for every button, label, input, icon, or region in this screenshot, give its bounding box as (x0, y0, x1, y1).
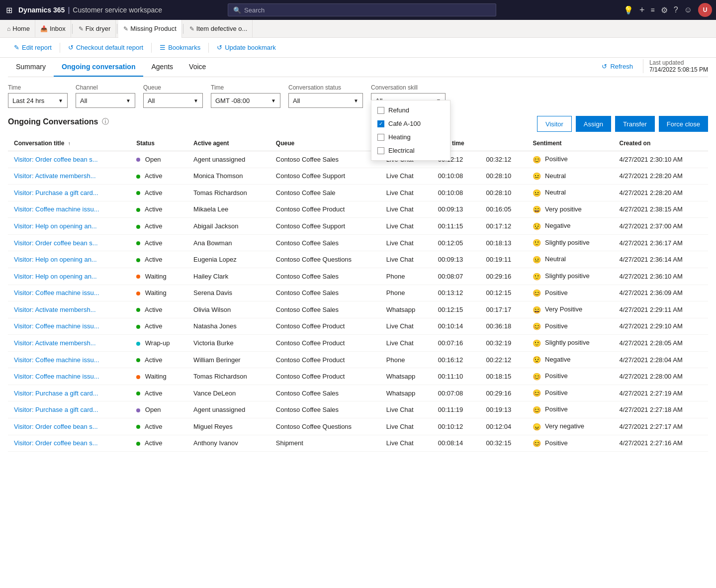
skill-checkbox-cafe[interactable]: ✓ (377, 120, 384, 127)
skill-checkbox-heating[interactable] (377, 134, 384, 141)
cell-queue: Contoso Coffee Support (270, 168, 380, 185)
tab-inbox[interactable]: 📥 Inbox (35, 20, 71, 38)
tab-agents[interactable]: Agents (143, 58, 181, 77)
lightbulb-icon[interactable]: 💡 (624, 5, 633, 15)
conversation-link[interactable]: Visitor: Coffee machine issu... (14, 373, 99, 380)
assign-button[interactable]: Assign (576, 116, 611, 132)
tab-item-defective[interactable]: ✎ Item defective o... (184, 20, 253, 38)
filter-queue-select[interactable]: All ▼ (143, 93, 203, 108)
refresh-button[interactable]: ↺ Refresh (598, 61, 637, 72)
smiley-icon[interactable]: ☺ (684, 5, 692, 14)
skill-label-refund: Refund (388, 106, 409, 114)
status-dot (136, 225, 140, 229)
cell-sentiment: 😐 Neutral (527, 185, 613, 201)
top-nav: ⊞ Dynamics 365 | Customer service worksp… (0, 0, 716, 20)
cell-channel: Live Chat (380, 401, 432, 418)
cell-agent: Mikaela Lee (187, 201, 270, 218)
chevron-down-icon-2: ▼ (126, 98, 131, 103)
table-row: Visitor: Coffee machine issu... Active N… (8, 318, 708, 335)
user-avatar[interactable]: U (698, 3, 712, 17)
conversation-link[interactable]: Visitor: Order coffee bean s... (14, 423, 98, 430)
sort-icon[interactable]: ↑ (68, 141, 71, 146)
conversation-link[interactable]: Visitor: Order coffee bean s... (14, 156, 98, 163)
conversation-link[interactable]: Visitor: Order coffee bean s... (14, 439, 98, 447)
table-row: Visitor: Help on opening an... Active Eu… (8, 251, 708, 268)
table-row: Visitor: Order coffee bean s... Open Age… (8, 151, 708, 168)
cell-created-on: 4/27/2021 2:28:20 AM (614, 185, 708, 201)
plus-icon[interactable]: + (639, 5, 645, 15)
status-text: Open (145, 406, 161, 413)
info-icon[interactable]: ⓘ (102, 117, 109, 126)
cell-wait-time: 00:11:15 (432, 218, 480, 235)
conversation-link[interactable]: Visitor: Coffee machine issu... (14, 322, 99, 330)
filter-timezone-select[interactable]: GMT -08:00 ▼ (211, 93, 280, 108)
cell-status: Open (130, 151, 187, 168)
filter-status-select[interactable]: All ▼ (288, 93, 363, 108)
cell-handle-time: 00:29:16 (480, 385, 527, 401)
tab-home[interactable]: ⌂ Home (2, 20, 35, 38)
tab-ongoing-conversation[interactable]: Ongoing conversation (54, 58, 144, 77)
skill-option-refund[interactable]: Refund (371, 103, 450, 117)
conversation-link[interactable]: Visitor: Help on opening an... (14, 256, 97, 263)
skill-label-heating: Heating (388, 133, 411, 141)
search-bar[interactable]: 🔍 (228, 3, 496, 16)
settings-icon[interactable]: ⚙ (661, 5, 668, 15)
cell-title: Visitor: Purchase a gift card... (8, 185, 130, 201)
cell-created-on: 4/27/2021 2:36:14 AM (614, 251, 708, 268)
cell-agent: Abigail Jackson (187, 218, 270, 235)
skill-option-electrical[interactable]: Electrical (371, 144, 450, 157)
tab-missing-product[interactable]: ✎ Missing Product (118, 20, 181, 38)
app-grid-icon[interactable]: ⊞ (4, 3, 14, 17)
tab-fix-dryer[interactable]: ✎ Fix dryer (74, 20, 116, 38)
cell-sentiment: 😊 Positive (527, 435, 613, 452)
conversation-link[interactable]: Visitor: Purchase a gift card... (14, 406, 98, 413)
conversation-link[interactable]: Visitor: Help on opening an... (14, 222, 97, 230)
filter-time-select[interactable]: Last 24 hrs ▼ (8, 93, 68, 108)
cell-wait-time: 00:12:05 (432, 234, 480, 251)
help-icon[interactable]: ? (674, 5, 678, 14)
sentiment-icon: 🙂 (533, 339, 541, 347)
conversation-link[interactable]: Visitor: Activate membersh... (14, 172, 96, 180)
conversation-link[interactable]: Visitor: Purchase a gift card... (14, 189, 98, 196)
table-row: Visitor: Purchase a gift card... Active … (8, 385, 708, 401)
table-row: Visitor: Order coffee bean s... Active A… (8, 234, 708, 251)
tab-voice[interactable]: Voice (181, 58, 214, 77)
cell-created-on: 4/27/2021 2:28:00 AM (614, 368, 708, 385)
cell-wait-time: 00:09:13 (432, 251, 480, 268)
tab-summary[interactable]: Summary (8, 58, 54, 77)
cell-handle-time: 00:18:15 (480, 368, 527, 385)
chevron-down-icon-3: ▼ (193, 98, 198, 103)
conversation-link[interactable]: Visitor: Purchase a gift card... (14, 390, 98, 397)
cell-sentiment: 😄 Very positive (527, 201, 613, 218)
filter-channel-select[interactable]: All ▼ (76, 93, 135, 108)
menu-icon[interactable]: ≡ (651, 6, 655, 14)
search-input[interactable] (244, 6, 491, 14)
cell-status: Waiting (130, 268, 187, 285)
checkout-report-button[interactable]: ↺ Checkout default report (62, 40, 149, 56)
bookmarks-button[interactable]: ☰ Bookmarks (154, 40, 206, 56)
filter-queue-label: Queue (143, 84, 203, 91)
conversation-link[interactable]: Visitor: Coffee machine issu... (14, 289, 99, 296)
transfer-button[interactable]: Transfer (615, 116, 655, 132)
visitor-button[interactable]: Visitor (537, 116, 572, 132)
cell-queue: Contoso Coffee Support (270, 218, 380, 235)
conversation-link[interactable]: Visitor: Order coffee bean s... (14, 239, 98, 247)
conversation-link[interactable]: Visitor: Activate membersh... (14, 306, 96, 313)
cell-wait-time: 00:07:16 (432, 335, 480, 352)
conversation-link[interactable]: Visitor: Help on opening an... (14, 273, 97, 280)
conversation-link[interactable]: Visitor: Coffee machine issu... (14, 205, 99, 213)
conversation-link[interactable]: Visitor: Coffee machine issu... (14, 356, 99, 364)
cell-sentiment: 😊 Positive (527, 151, 613, 168)
table-header-row: Conversation title ↑ Status Active agent… (8, 136, 708, 151)
conversation-link[interactable]: Visitor: Activate membersh... (14, 339, 96, 347)
cell-created-on: 4/27/2021 2:27:17 AM (614, 418, 708, 435)
force-close-button[interactable]: Force close (659, 116, 708, 132)
skill-option-heating[interactable]: Heating (371, 130, 450, 144)
table-row: Visitor: Activate membersh... Active Oli… (8, 301, 708, 318)
skill-option-cafe[interactable]: ✓ Café A-100 (371, 117, 450, 130)
update-bookmark-button[interactable]: ↺ Update bookmark (211, 40, 282, 56)
edit-report-button[interactable]: ✎ Edit report (8, 40, 58, 56)
status-text: Active (145, 306, 162, 313)
skill-checkbox-refund[interactable] (377, 107, 384, 114)
skill-checkbox-electrical[interactable] (377, 147, 384, 154)
